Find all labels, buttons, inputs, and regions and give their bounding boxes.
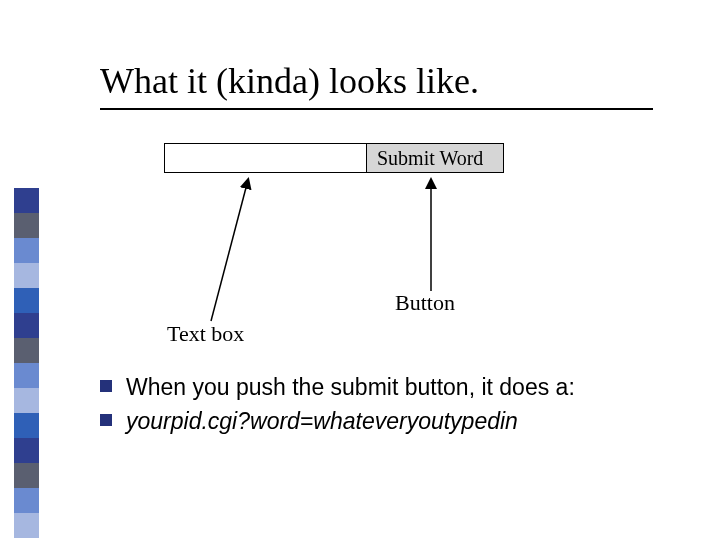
- sidebar-square: [14, 363, 39, 388]
- sidebar-square: [14, 288, 39, 313]
- bullet-list: When you push the submit button, it does…: [100, 373, 575, 441]
- annotation-textbox: Text box: [167, 321, 244, 347]
- sidebar-square: [14, 338, 39, 363]
- sidebar-square: [14, 313, 39, 338]
- sidebar-square: [14, 263, 39, 288]
- list-item: yourpid.cgi?word=whateveryoutypedin: [100, 407, 575, 437]
- sidebar-square: [14, 213, 39, 238]
- sidebar-square: [14, 388, 39, 413]
- title-underline: [100, 108, 653, 110]
- submit-word-button[interactable]: Submit Word: [366, 144, 503, 172]
- svg-line-0: [211, 180, 248, 321]
- sidebar-square: [14, 238, 39, 263]
- slide-title: What it (kinda) looks like.: [100, 62, 479, 102]
- sidebar-square: [14, 438, 39, 463]
- bullet-text: yourpid.cgi?word=whateveryoutypedin: [126, 407, 575, 437]
- decorative-sidebar: [14, 188, 39, 538]
- annotation-button: Button: [395, 290, 455, 316]
- sidebar-square: [14, 188, 39, 213]
- list-item: When you push the submit button, it does…: [100, 373, 575, 403]
- sidebar-square: [14, 413, 39, 438]
- sidebar-square: [14, 513, 39, 538]
- bullet-icon: [100, 380, 112, 392]
- bullet-text: When you push the submit button, it does…: [126, 373, 575, 403]
- bullet-icon: [100, 414, 112, 426]
- sidebar-square: [14, 463, 39, 488]
- example-form: Submit Word: [164, 143, 504, 173]
- word-input[interactable]: [165, 144, 366, 172]
- sidebar-square: [14, 488, 39, 513]
